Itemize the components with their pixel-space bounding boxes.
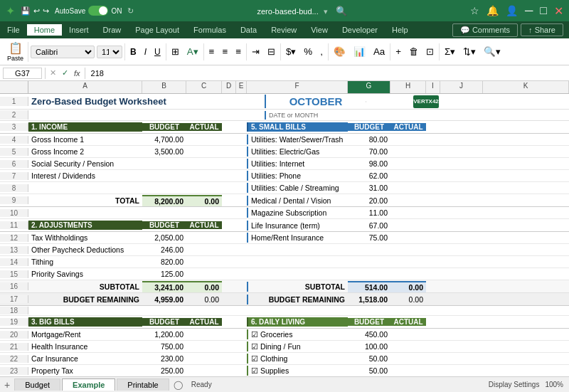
format-btn[interactable]: ⊡ [423,45,437,58]
autosave-switch[interactable] [88,6,108,16]
cell-G6[interactable]: 98.00 [348,159,390,169]
cell-A15[interactable]: Priority Savings [28,269,142,279]
display-settings-btn[interactable]: Display Settings [489,381,540,388]
share-btn[interactable]: ↑ Share [521,23,563,36]
cell-F8[interactable]: Utilities: Cable / Streaming [247,183,348,193]
cell-A21[interactable]: Health Insurance [28,341,142,351]
col-header-B[interactable]: B [142,81,186,93]
percent-btn[interactable]: % [301,45,315,58]
cell-G20[interactable]: 450.00 [348,329,390,339]
cell-F22[interactable]: ☑ Clothing [247,354,348,364]
sheet-tab-example[interactable]: Example [62,378,115,391]
cell-G22[interactable]: 50.00 [348,354,390,364]
cell-A6[interactable]: Social Security / Pension [28,159,142,169]
cell-A13[interactable]: Other Paycheck Deductions [28,245,142,255]
cell-G4[interactable]: 80.00 [348,134,390,144]
insert-btn[interactable]: + [393,45,404,58]
col-header-I[interactable]: I [426,81,440,93]
tab-insert[interactable]: Insert [62,24,96,36]
cell-F23[interactable]: ☑ Supplies [247,366,348,376]
sheet-tab-printable[interactable]: Printable [117,378,169,391]
scroll-sheet-tabs-icon[interactable]: ◯ [171,378,186,391]
add-sheet-btn[interactable]: + [0,378,14,392]
cell-G9[interactable]: 20.00 [348,196,390,206]
cell-G5[interactable]: 70.00 [348,147,390,157]
cell-B13[interactable]: 246.00 [142,245,186,255]
cell-styles-btn[interactable]: Aa [371,45,388,58]
cell-A12[interactable]: Tax Withholdings [28,233,142,243]
col-header-E[interactable]: E [236,81,247,93]
cell-F11[interactable]: Life Insurance (term) [247,221,348,231]
align-left-btn[interactable]: ≡ [206,45,218,58]
cell-A7[interactable]: Interest / Dividends [28,171,142,181]
bell-icon[interactable]: 🔔 [486,5,499,16]
col-header-A[interactable]: A [28,81,142,93]
cond-format-btn[interactable]: 🎨 [331,45,349,58]
wrap-text-btn[interactable]: ⇥ [249,45,262,58]
align-center-btn[interactable]: ≡ [219,45,230,58]
tab-developer[interactable]: Developer [335,24,385,36]
cell-F4[interactable]: Utilities: Water/Sewer/Trash [247,134,348,144]
cell-G10[interactable]: 11.00 [348,208,390,218]
save-icon[interactable]: 💾 [21,6,31,16]
tab-formulas[interactable]: Formulas [186,24,233,36]
font-size-select[interactable]: 11 [97,46,122,58]
col-header-D[interactable]: D [222,81,236,93]
font-select[interactable]: Calibri [31,46,95,58]
redo-icon[interactable]: ↪ [43,6,49,16]
cell-F12[interactable]: Home/Rent Insurance [247,233,348,243]
account-icon[interactable]: 👤 [506,5,518,16]
cell-A4[interactable]: Gross Income 1 [28,134,142,144]
col-header-G[interactable]: G [348,81,390,93]
cell-ref-input[interactable]: G37 [3,68,42,79]
col-header-C[interactable]: C [186,81,222,93]
tab-review[interactable]: Review [264,24,304,36]
border-btn[interactable]: ⊞ [169,45,182,58]
currency-btn[interactable]: $▾ [283,45,299,58]
paste-btn[interactable]: 📋 Paste [4,40,26,63]
cell-B21[interactable]: 750.00 [142,341,186,351]
formula-input[interactable]: 218 [88,69,566,78]
cancel-formula-icon[interactable]: ✕ [48,68,58,78]
cell-H4[interactable] [390,139,426,140]
cell-G12[interactable]: 75.00 [348,233,390,243]
cell-F20[interactable]: ☑ Groceries [247,329,348,339]
comments-btn[interactable]: 💬 Comments [452,23,518,37]
cell-F5[interactable]: Utilities: Electric/Gas [247,147,348,157]
cell-G11[interactable]: 67.00 [348,221,390,231]
align-right-btn[interactable]: ≡ [233,45,244,58]
find-btn[interactable]: 🔍▾ [481,45,504,58]
tab-file[interactable]: File [0,24,27,36]
minimize-btn[interactable]: ─ [525,4,533,17]
search-icon[interactable]: 🔍 [336,6,347,16]
maximize-btn[interactable]: □ [540,4,547,17]
cell-A23[interactable]: Property Tax [28,366,142,376]
cell-B22[interactable]: 230.00 [142,354,186,364]
tab-view[interactable]: View [304,24,335,36]
cell-G23[interactable]: 50.00 [348,366,390,376]
autosum-btn[interactable]: Σ▾ [442,45,458,58]
cell-B15[interactable]: 125.00 [142,269,186,279]
tab-draw[interactable]: Draw [96,24,129,36]
confirm-formula-icon[interactable]: ✓ [60,68,70,78]
cell-A20[interactable]: Mortgage/Rent [28,329,142,339]
tab-help[interactable]: Help [385,24,415,36]
insert-function-icon[interactable]: fx [73,69,82,78]
tab-page-layout[interactable]: Page Layout [128,24,186,36]
undo-icon[interactable]: ↩ [33,6,40,16]
col-header-K[interactable]: K [483,81,569,93]
cell-B14[interactable]: 820.00 [142,257,186,267]
cell-B5[interactable]: 3,500.00 [142,147,186,157]
col-header-F[interactable]: F [247,81,348,93]
cell-G21[interactable]: 100.00 [348,341,390,351]
sort-filter-btn[interactable]: ⇅▾ [460,45,479,58]
cell-G7[interactable]: 62.00 [348,171,390,181]
cell-A22[interactable]: Car Insurance [28,354,142,364]
cell-F6[interactable]: Utilities: Internet [247,159,348,169]
cell-A14[interactable]: Tithing [28,257,142,267]
col-header-J[interactable]: J [440,81,483,93]
cell-B20[interactable]: 1,200.00 [142,329,186,339]
table-btn[interactable]: 📊 [351,45,368,58]
col-header-H[interactable]: H [390,81,426,93]
refresh-icon[interactable]: ↻ [127,6,134,16]
